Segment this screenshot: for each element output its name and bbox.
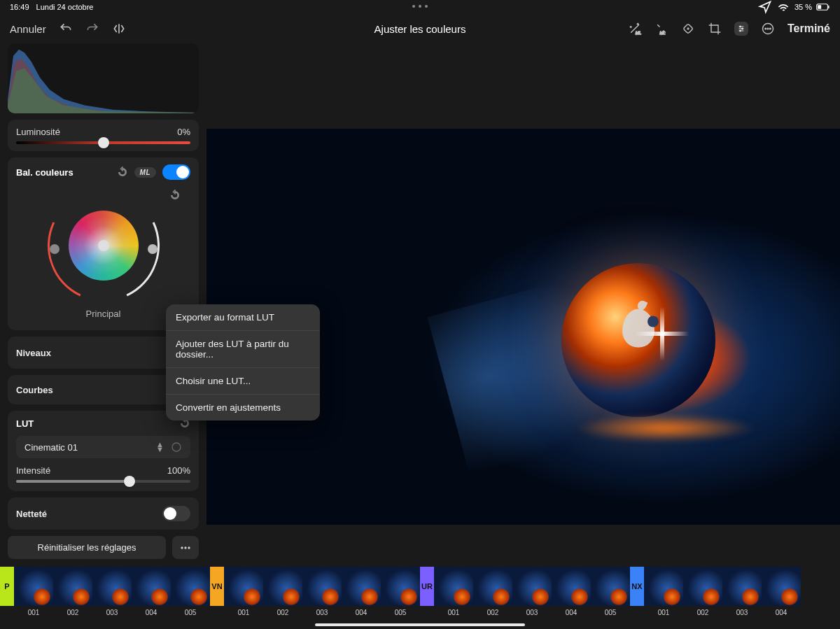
svg-point-17 (184, 546, 186, 549)
svg-text:ML: ML (659, 31, 665, 35)
preset-filmstrip[interactable]: P001002003004005VN001002003004005UR00100… (0, 567, 840, 629)
preset-thumb-label: 004 (146, 609, 158, 616)
menu-export-lut[interactable]: Exporter au format LUT (166, 304, 320, 331)
sharpness-title: Netteté (16, 509, 47, 519)
svg-point-6 (739, 26, 741, 27)
preset-thumb[interactable]: 002 (53, 567, 92, 616)
preset-thumb[interactable]: 001 (434, 567, 473, 616)
preset-thumb[interactable]: 001 (224, 567, 263, 616)
status-date: Lundi 24 octobre (36, 3, 94, 11)
preset-thumb[interactable]: 003 (302, 567, 342, 616)
preset-thumb-label: 001 (658, 609, 670, 616)
color-balance-toggle[interactable] (162, 164, 190, 180)
lut-preset-dropdown[interactable]: Cinematic 01 ▲▼ (16, 436, 190, 458)
preset-group-p[interactable]: P (0, 567, 14, 606)
lut-intensity-label: Intensité (16, 465, 50, 476)
lut-intensity-slider[interactable] (16, 480, 190, 483)
svg-point-10 (765, 28, 766, 29)
status-time: 16:49 (10, 3, 29, 11)
wheel-reset-icon[interactable] (169, 190, 181, 201)
cancel-button[interactable]: Annuler (10, 23, 46, 35)
preset-thumb-label: 004 (776, 609, 788, 616)
color-balance-title: Bal. couleurs (16, 167, 74, 178)
preset-thumb[interactable]: 003 (512, 567, 552, 616)
preset-thumb[interactable]: 004 (762, 567, 801, 616)
adjust-icon[interactable] (734, 22, 748, 36)
preset-thumb-label: 005 (395, 609, 407, 616)
svg-point-8 (739, 30, 741, 31)
battery-label: 35 % (794, 3, 812, 11)
preset-thumb[interactable]: 005 (591, 567, 630, 616)
preset-thumb[interactable]: 001 (14, 567, 53, 616)
preset-thumb-label: 003 (106, 609, 118, 616)
preset-thumb-label: 003 (526, 609, 538, 616)
preset-thumb-label: 001 (448, 609, 460, 616)
svg-point-12 (769, 28, 771, 29)
menu-add-folder[interactable]: Ajouter des LUT à partir du dossier... (166, 331, 320, 368)
menu-convert-adjustments[interactable]: Convertir en ajustements (166, 395, 320, 420)
ml-badge[interactable]: ML (134, 167, 156, 178)
preset-thumb-label: 005 (185, 609, 197, 616)
preset-group-vn[interactable]: VN (210, 567, 224, 606)
preset-thumb[interactable]: 003 (92, 567, 132, 616)
done-button[interactable]: Terminé (788, 22, 830, 35)
preset-thumb-label: 002 (67, 609, 79, 616)
luminosity-slider[interactable] (16, 141, 190, 144)
more-icon[interactable] (761, 22, 775, 36)
svg-point-16 (181, 546, 183, 549)
levels-title: Niveaux (16, 348, 51, 358)
preset-thumb[interactable]: 004 (132, 567, 171, 616)
preset-thumb-label: 001 (238, 609, 250, 616)
app-toolbar: Annuler Ajuster les couleurs ML ML Termi… (0, 14, 840, 43)
sidebar-more-button[interactable] (172, 536, 199, 559)
menu-choose-lut[interactable]: Choisir une LUT... (166, 368, 320, 395)
status-bar: 16:49 Lundi 24 octobre 35 % (0, 0, 840, 14)
preset-thumb[interactable]: 001 (644, 567, 683, 616)
color-wheel-control[interactable] (48, 190, 160, 302)
page-title: Ajuster les couleurs (374, 23, 466, 35)
ml-scale-icon[interactable]: ML (654, 22, 668, 36)
svg-point-11 (767, 28, 769, 29)
reset-adjustments-button[interactable]: Réinitialiser les réglages (8, 536, 166, 559)
svg-rect-2 (828, 6, 829, 8)
preset-thumb[interactable]: 003 (722, 567, 762, 616)
svg-point-15 (172, 443, 181, 451)
undo-icon[interactable] (59, 22, 73, 36)
multitask-dots[interactable] (412, 5, 428, 8)
home-indicator[interactable] (315, 623, 525, 626)
preset-thumb[interactable]: 005 (381, 567, 420, 616)
lut-preset-reset-icon[interactable] (171, 441, 182, 453)
svg-text:ML: ML (636, 31, 641, 35)
preset-thumb-label: 002 (697, 609, 709, 616)
preset-thumb[interactable]: 002 (473, 567, 512, 616)
luminosity-value: 0% (177, 127, 190, 137)
redo-icon[interactable] (85, 22, 99, 36)
sharpness-toggle[interactable] (162, 506, 190, 521)
ellipsis-icon (178, 541, 192, 555)
preset-thumb-label: 004 (356, 609, 368, 616)
preset-thumb[interactable]: 004 (552, 567, 591, 616)
sharpness-section[interactable]: Netteté (8, 497, 199, 530)
compare-icon[interactable] (112, 22, 126, 36)
lut-title: LUT (16, 418, 34, 429)
preset-thumb-label: 004 (566, 609, 578, 616)
luminosity-label: Luminosité (16, 127, 60, 137)
lut-panel: LUT Cinematic 01 ▲▼ Intensité 100% (8, 411, 199, 491)
histogram-panel[interactable] (8, 43, 199, 113)
preset-thumb[interactable]: 004 (342, 567, 381, 616)
preset-group-nx[interactable]: NX (630, 567, 644, 606)
preset-thumb-label: 003 (736, 609, 748, 616)
preset-group-ur[interactable]: UR (420, 567, 434, 606)
magic-wand-icon[interactable]: ML (628, 22, 642, 36)
preset-thumb[interactable]: 005 (171, 567, 210, 616)
preset-thumb-label: 002 (487, 609, 499, 616)
apple-logo-icon (622, 309, 654, 347)
heal-icon[interactable] (681, 22, 695, 36)
reset-icon[interactable] (117, 167, 128, 178)
svg-rect-1 (818, 5, 821, 9)
wifi-icon (776, 0, 790, 14)
crop-icon[interactable] (708, 22, 722, 36)
color-wheel-caption: Principal (86, 309, 121, 319)
preset-thumb[interactable]: 002 (683, 567, 722, 616)
preset-thumb[interactable]: 002 (263, 567, 302, 616)
